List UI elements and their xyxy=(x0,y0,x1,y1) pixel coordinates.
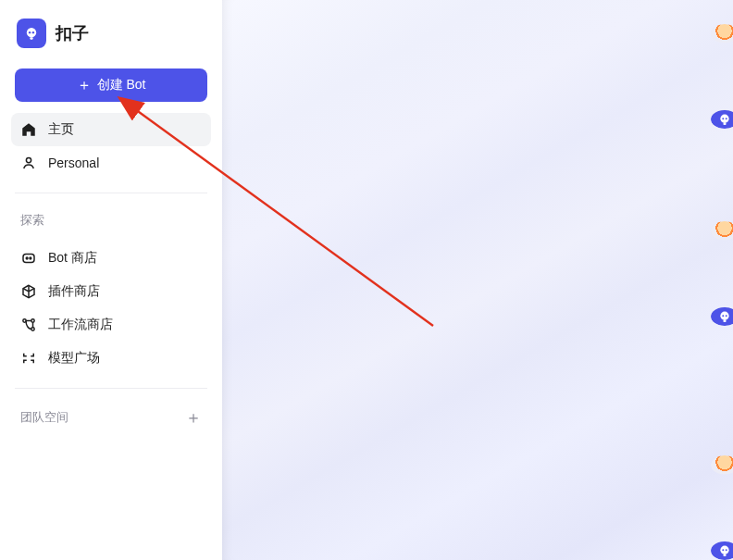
svg-point-19 xyxy=(720,545,728,554)
sidebar: 扣子 ＋ 创建 Bot 主页 Personal 探索 Bot 商店 xyxy=(0,0,222,560)
nav-bot-store-label: Bot 商店 xyxy=(48,250,97,267)
svg-rect-14 xyxy=(724,123,727,125)
create-bot-button[interactable]: ＋ 创建 Bot xyxy=(15,68,207,102)
svg-point-10 xyxy=(31,328,34,330)
svg-rect-18 xyxy=(724,320,727,322)
svg-point-9 xyxy=(31,319,34,322)
home-icon xyxy=(20,121,37,138)
svg-point-2 xyxy=(32,31,34,33)
svg-point-17 xyxy=(726,315,727,317)
user-icon xyxy=(20,155,37,171)
nav-plugin-store[interactable]: 插件商店 xyxy=(11,275,211,308)
svg-rect-22 xyxy=(724,554,727,556)
svg-point-13 xyxy=(726,118,727,119)
svg-point-12 xyxy=(722,118,724,119)
avatar-balloon[interactable] xyxy=(711,221,733,241)
nav-plugin-store-label: 插件商店 xyxy=(48,283,100,300)
create-bot-label: 创建 Bot xyxy=(97,77,146,93)
svg-point-21 xyxy=(726,549,727,551)
workflow-store-icon xyxy=(20,317,37,333)
nav-model-playground[interactable]: 模型广场 xyxy=(11,342,211,375)
nav-primary: 主页 Personal xyxy=(11,113,211,180)
plus-icon: ＋ xyxy=(77,78,92,93)
svg-point-1 xyxy=(29,31,31,33)
nav-home[interactable]: 主页 xyxy=(11,113,211,146)
brand-name: 扣子 xyxy=(56,22,89,44)
brand-logo-icon xyxy=(17,19,46,48)
brand-block: 扣子 xyxy=(11,13,211,61)
svg-point-20 xyxy=(722,549,724,551)
avatar-rail xyxy=(700,0,733,560)
svg-point-4 xyxy=(26,157,31,162)
avatar-balloon[interactable] xyxy=(711,455,733,475)
team-add-button[interactable]: ＋ xyxy=(183,407,204,428)
team-space-label: 团队空间 xyxy=(20,409,68,426)
nav-bot-store[interactable]: Bot 商店 xyxy=(11,242,211,275)
avatar-coze[interactable] xyxy=(711,110,733,130)
nav-home-label: 主页 xyxy=(48,121,74,138)
nav-model-playground-label: 模型广场 xyxy=(48,350,100,367)
nav-personal-label: Personal xyxy=(48,156,99,170)
divider xyxy=(15,193,207,193)
avatar-coze[interactable] xyxy=(711,541,733,561)
nav-workflow-store[interactable]: 工作流商店 xyxy=(11,308,211,342)
nav-workflow-store-label: 工作流商店 xyxy=(48,317,113,333)
svg-point-11 xyxy=(720,114,728,122)
svg-point-7 xyxy=(30,257,31,259)
model-playground-icon xyxy=(20,350,37,367)
bot-store-icon xyxy=(20,250,37,267)
avatar-balloon[interactable] xyxy=(711,24,733,44)
svg-rect-5 xyxy=(23,255,34,263)
explore-section: Bot 商店 插件商店 工作流商店 模型广场 xyxy=(11,242,211,375)
nav-personal[interactable]: Personal xyxy=(11,146,211,180)
svg-point-15 xyxy=(720,311,728,319)
svg-point-16 xyxy=(722,315,724,317)
svg-point-6 xyxy=(26,257,28,259)
divider xyxy=(15,388,207,389)
main-area xyxy=(222,0,733,560)
team-space-row: 团队空间 ＋ xyxy=(11,402,211,433)
plugin-store-icon xyxy=(20,283,37,300)
svg-rect-3 xyxy=(30,37,32,39)
explore-label: 探索 xyxy=(11,206,211,238)
avatar-coze[interactable] xyxy=(711,307,733,327)
plus-icon: ＋ xyxy=(185,406,202,429)
svg-point-0 xyxy=(27,28,36,37)
